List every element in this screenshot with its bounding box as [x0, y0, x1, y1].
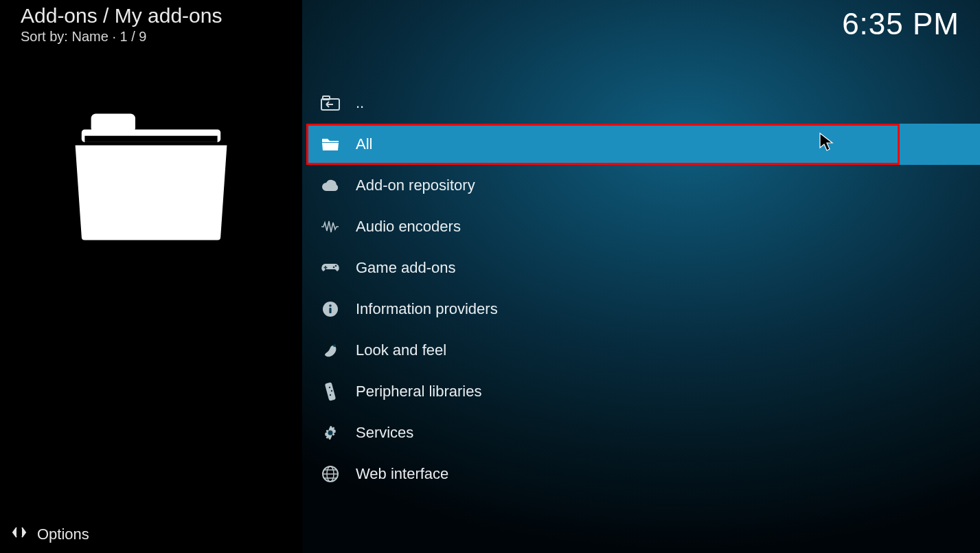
list-item-label: Add-on repository — [356, 177, 475, 194]
folder-preview-icon — [72, 113, 230, 243]
list-item-all[interactable]: All — [306, 124, 980, 165]
options-button[interactable]: Options — [11, 524, 89, 545]
list-item-services[interactable]: Services — [306, 412, 980, 453]
list-item-game-addons[interactable]: Game add-ons — [306, 247, 980, 289]
back-icon — [320, 93, 341, 113]
svg-point-6 — [335, 265, 337, 267]
folder-icon — [320, 134, 341, 155]
list-item-peripheral-libraries[interactable]: Peripheral libraries — [306, 371, 980, 412]
globe-icon — [320, 464, 341, 484]
svg-point-15 — [328, 431, 333, 436]
list-item-information-providers[interactable]: Information providers — [306, 289, 980, 330]
svg-rect-11 — [325, 382, 336, 401]
sort-line: Sort by: Name · 1 / 9 — [21, 29, 146, 45]
svg-point-13 — [331, 390, 332, 392]
gamepad-icon — [320, 258, 341, 278]
addon-category-list: .. All Add-on repository Audio encoders … — [306, 82, 980, 495]
svg-rect-9 — [329, 308, 331, 313]
clock: 6:35 PM — [842, 7, 959, 41]
svg-rect-4 — [323, 96, 330, 100]
svg-point-8 — [329, 304, 332, 307]
list-item-label: Services — [356, 424, 413, 442]
list-item-web-interface[interactable]: Web interface — [306, 453, 980, 495]
list-item-back[interactable]: .. — [306, 82, 980, 124]
list-item-look-and-feel[interactable]: Look and feel — [306, 330, 980, 371]
gear-icon — [320, 422, 341, 443]
cloud-icon — [320, 175, 341, 196]
paint-icon — [320, 340, 341, 361]
svg-point-12 — [329, 387, 330, 388]
options-icon — [11, 524, 27, 545]
remote-icon — [320, 381, 341, 402]
list-item-label: Web interface — [356, 465, 448, 483]
svg-point-5 — [333, 267, 335, 269]
svg-rect-2 — [84, 136, 217, 142]
svg-point-14 — [330, 394, 331, 396]
left-panel: Add-ons / My add-ons Sort by: Name · 1 /… — [0, 0, 302, 553]
list-item-label: Peripheral libraries — [356, 383, 481, 400]
list-item-label: All — [356, 135, 372, 153]
svg-point-10 — [333, 344, 336, 347]
list-item-label: Information providers — [356, 300, 498, 318]
list-item-audio-encoders[interactable]: Audio encoders — [306, 206, 980, 247]
list-item-label: Game add-ons — [356, 259, 456, 277]
options-label: Options — [37, 526, 89, 543]
info-icon — [320, 299, 341, 319]
waveform-icon — [320, 216, 341, 237]
list-item-label: .. — [356, 94, 364, 112]
list-item-label: Audio encoders — [356, 218, 461, 236]
breadcrumb: Add-ons / My add-ons — [21, 4, 222, 27]
list-item-addon-repository[interactable]: Add-on repository — [306, 165, 980, 206]
list-item-label: Look and feel — [356, 341, 446, 359]
